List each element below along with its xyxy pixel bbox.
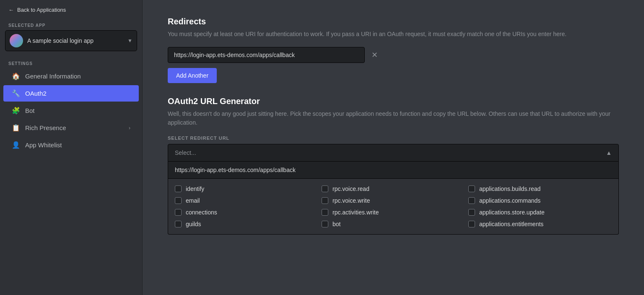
sidebar-item-bot[interactable]: 🧩 Bot [3, 102, 139, 119]
redirect-url-select[interactable]: Select... ▲ [168, 144, 619, 162]
scope-item-identify: identify [175, 185, 318, 192]
redirect-url-input[interactable] [168, 47, 365, 63]
selected-app-label: SELECTED APP [0, 20, 142, 30]
scope-checkbox-connections[interactable] [175, 209, 182, 216]
settings-section-label: SETTINGS [0, 58, 142, 68]
scope-checkbox-applications-commands[interactable] [468, 197, 475, 204]
sidebar-item-rich-presence-label: Rich Presence [25, 124, 66, 131]
scope-item-guilds: guilds [175, 221, 318, 227]
redirects-desc: You must specify at least one URI for au… [168, 30, 619, 39]
redirect-url-select-container: Select... ▲ https://login-app.ets-demos.… [168, 144, 619, 235]
scope-checkbox-applications-builds-read[interactable] [468, 185, 475, 192]
redirect-url-row: ✕ [168, 47, 619, 63]
sidebar-item-app-whitelist[interactable]: 👤 App Whitelist [3, 137, 139, 153]
scope-item-connections: connections [175, 209, 318, 216]
sidebar-item-bot-label: Bot [25, 107, 35, 114]
scope-item-applications-builds-read: applications.builds.read [468, 185, 612, 192]
scope-checkbox-applications-entitlements[interactable] [468, 221, 475, 227]
scope-label-identify: identify [186, 185, 204, 192]
back-link-label: Back to Applications [17, 7, 66, 13]
arrow-left-icon: ← [8, 7, 14, 13]
app-name-label: A sample social login app [27, 37, 123, 44]
scope-label-bot: bot [332, 221, 340, 227]
scope-label-guilds: guilds [186, 221, 201, 227]
scope-checkbox-email[interactable] [175, 197, 182, 204]
app-avatar [10, 34, 23, 47]
document-icon: 📋 [12, 124, 20, 132]
scope-checkbox-bot[interactable] [322, 221, 328, 227]
scope-label-rpc-voice-read: rpc.voice.read [332, 185, 369, 192]
select-placeholder: Select... [175, 149, 196, 156]
sidebar-item-general-label: General Information [25, 73, 81, 80]
sidebar: ← Back to Applications SELECTED APP A sa… [0, 0, 143, 295]
scope-label-email: email [186, 197, 200, 204]
scope-checkbox-identify[interactable] [175, 185, 182, 192]
chevron-right-icon: › [129, 125, 130, 131]
back-to-applications-link[interactable]: ← Back to Applications [0, 0, 142, 20]
sidebar-item-oauth2-label: OAuth2 [25, 90, 47, 97]
scope-label-connections: connections [186, 209, 217, 216]
scope-checkbox-rpc-activities-write[interactable] [322, 209, 328, 216]
scope-item-email: email [175, 197, 318, 204]
person-icon: 👤 [12, 141, 20, 149]
generator-title: OAuth2 URL Generator [168, 97, 619, 106]
sidebar-item-general[interactable]: 🏠 General Information [3, 68, 139, 84]
scope-label-rpc-activities-write: rpc.activities.write [332, 209, 379, 216]
scope-checkbox-applications-store-update[interactable] [468, 209, 475, 216]
select-option-selected[interactable]: https://login-app.ets-demos.com/apps/cal… [168, 162, 619, 179]
scope-checkbox-rpc-voice-read[interactable] [322, 185, 328, 192]
wrench-icon: 🔧 [12, 89, 20, 97]
app-selector[interactable]: A sample social login app ▼ [5, 30, 137, 51]
redirects-title: Redirects [168, 17, 619, 26]
scope-item-rpc-voice-write: rpc.voice.write [322, 197, 465, 204]
sidebar-item-rich-presence[interactable]: 📋 Rich Presence › [3, 120, 139, 136]
scope-label-applications-entitlements: applications.entitlements [479, 221, 543, 227]
home-icon: 🏠 [12, 72, 20, 80]
clear-redirect-button[interactable]: ✕ [368, 49, 381, 61]
scope-label-applications-store-update: applications.store.update [479, 209, 545, 216]
generator-desc: Well, this doesn't do any good just sitt… [168, 110, 619, 127]
scope-label-rpc-voice-write: rpc.voice.write [332, 197, 370, 204]
main-content: Redirects You must specify at least one … [143, 0, 644, 295]
scope-item-applications-store-update: applications.store.update [468, 209, 612, 216]
sidebar-item-oauth2[interactable]: 🔧 OAuth2 [3, 85, 139, 102]
scope-checkbox-rpc-voice-write[interactable] [322, 197, 328, 204]
select-redirect-label: SELECT REDIRECT URL [168, 136, 619, 141]
add-another-button[interactable]: Add Another [168, 68, 217, 83]
scope-checkbox-guilds[interactable] [175, 221, 182, 227]
select-chevron-up-icon: ▲ [606, 149, 612, 156]
scopes-grid: identify rpc.voice.read applications.bui… [175, 185, 612, 227]
chevron-down-icon: ▼ [127, 38, 132, 44]
scope-item-applications-entitlements: applications.entitlements [468, 221, 612, 227]
scope-label-applications-commands: applications.commands [479, 197, 540, 204]
scope-item-rpc-voice-read: rpc.voice.read [322, 185, 465, 192]
scope-item-bot: bot [322, 221, 465, 227]
scope-item-applications-commands: applications.commands [468, 197, 612, 204]
scope-label-applications-builds-read: applications.builds.read [479, 185, 540, 192]
scopes-container: identify rpc.voice.read applications.bui… [168, 179, 619, 235]
puzzle-icon: 🧩 [12, 107, 20, 115]
scope-item-rpc-activities-write: rpc.activities.write [322, 209, 465, 216]
sidebar-item-whitelist-label: App Whitelist [25, 141, 62, 149]
